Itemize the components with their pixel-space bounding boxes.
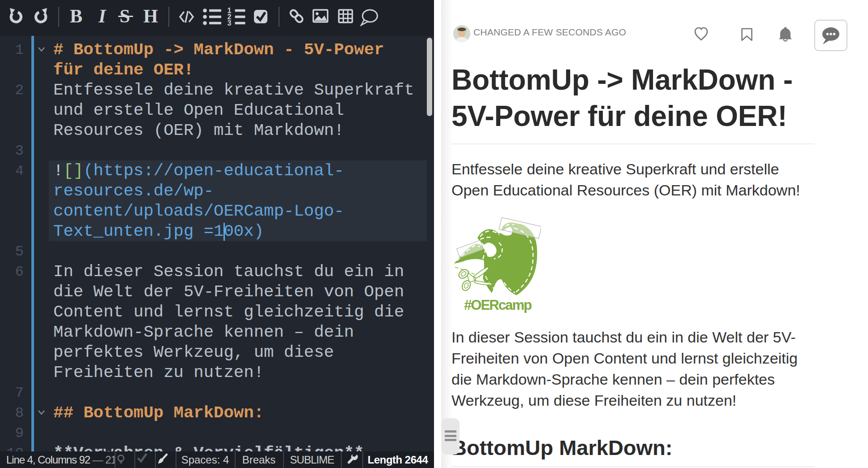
svg-text:3: 3 xyxy=(228,19,232,27)
